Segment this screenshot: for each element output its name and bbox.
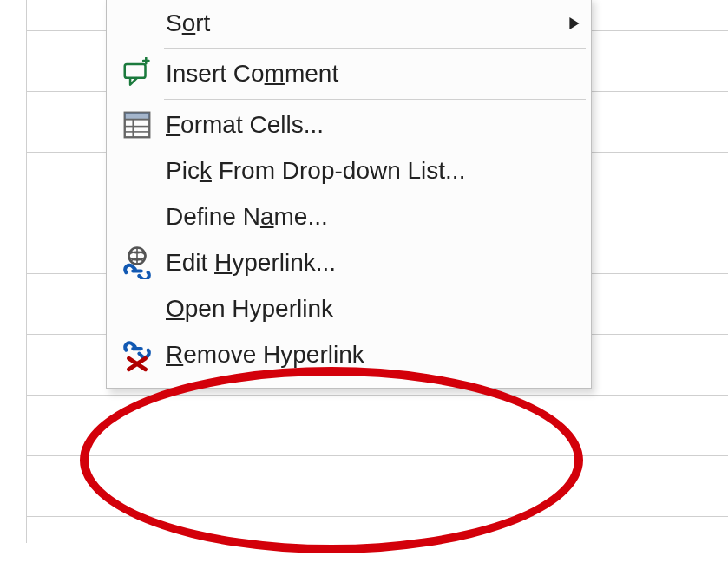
menu-item-edit-hyperlink[interactable]: Edit Hyperlink... bbox=[108, 239, 589, 286]
menu-item-remove-hyperlink[interactable]: Remove Hyperlink bbox=[108, 332, 589, 379]
format-cells-icon bbox=[112, 108, 162, 141]
edit-hyperlink-icon bbox=[112, 246, 162, 279]
menu-item-format-cells[interactable]: Format Cells... bbox=[108, 101, 589, 148]
insert-comment-icon bbox=[112, 57, 162, 90]
menu-label-format-cells: Format Cells... bbox=[162, 109, 580, 141]
menu-label-pick-list: Pick From Drop-down List... bbox=[162, 155, 580, 186]
menu-item-pick-list[interactable]: Pick From Drop-down List... bbox=[108, 148, 589, 193]
menu-label-edit-hyperlink: Edit Hyperlink... bbox=[162, 247, 580, 278]
svg-rect-0 bbox=[125, 64, 146, 78]
submenu-arrow-icon bbox=[554, 11, 580, 36]
menu-divider bbox=[164, 99, 586, 100]
menu-label-sort: Sort bbox=[162, 8, 554, 39]
menu-label-open-hyperlink: Open Hyperlink bbox=[162, 293, 580, 324]
menu-label-remove-hyperlink: Remove Hyperlink bbox=[162, 339, 580, 370]
menu-label-insert-comment: Insert Comment bbox=[162, 58, 580, 89]
menu-item-sort[interactable]: Sort bbox=[108, 1, 589, 46]
menu-label-define-name: Define Name... bbox=[162, 201, 580, 232]
svg-rect-2 bbox=[125, 113, 150, 120]
menu-item-define-name[interactable]: Define Name... bbox=[108, 194, 589, 239]
context-menu: Sort Insert Comment bbox=[106, 0, 592, 389]
grid-row bbox=[27, 396, 728, 456]
grid-row bbox=[27, 456, 728, 517]
menu-item-open-hyperlink[interactable]: Open Hyperlink bbox=[108, 286, 589, 331]
menu-divider bbox=[164, 48, 586, 49]
menu-item-insert-comment[interactable]: Insert Comment bbox=[108, 50, 589, 97]
remove-hyperlink-icon bbox=[112, 339, 162, 372]
